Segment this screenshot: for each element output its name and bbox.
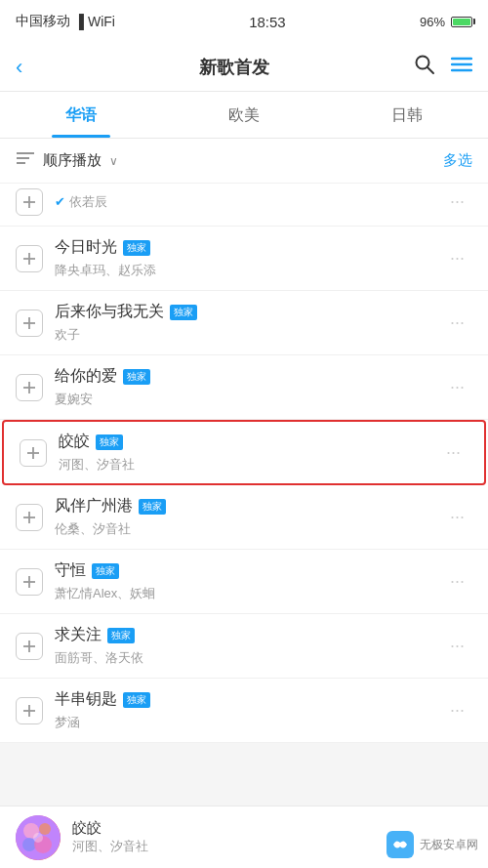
svg-line-1 <box>427 67 433 73</box>
song-info-0: 今日时光 独家 降央卓玛、赵乐添 <box>55 237 442 279</box>
watermark-logo <box>386 831 414 858</box>
nav-icons <box>414 54 472 80</box>
song-artist-5: 萧忆情Alex、妖蛔 <box>55 585 442 602</box>
tab-japanese[interactable]: 日韩 <box>325 92 488 138</box>
list-item-5: 守恒 独家 萧忆情Alex、妖蛔 ··· <box>0 550 488 614</box>
status-right: 96% <box>420 15 472 29</box>
song-info-partial: ✔ 依若辰 <box>55 193 442 211</box>
song-title-3: 皎皎 <box>59 432 90 452</box>
list-item-6: 求关注 独家 面筋哥、洛天依 ··· <box>0 614 488 679</box>
add-song-button-7[interactable] <box>16 697 43 724</box>
search-button[interactable] <box>414 54 435 80</box>
song-title-0: 今日时光 <box>55 237 117 258</box>
exclusive-badge-5: 独家 <box>92 563 119 579</box>
more-button-5[interactable]: ··· <box>442 567 472 596</box>
add-song-button-0[interactable] <box>16 245 43 272</box>
more-button-4[interactable]: ··· <box>442 503 472 531</box>
tab-western[interactable]: 欧美 <box>163 92 326 138</box>
song-artist-4: 伦桑、汐音社 <box>55 520 442 538</box>
sort-icon <box>16 150 35 171</box>
sort-label: 顺序播放 <box>43 151 102 170</box>
more-button-1[interactable]: ··· <box>442 309 472 337</box>
page-title: 新歌首发 <box>55 56 414 79</box>
song-title-1: 后来你与我无关 <box>55 302 164 322</box>
song-title-row-6: 求关注 独家 <box>55 625 442 645</box>
battery-icon <box>451 17 472 27</box>
add-song-button-4[interactable] <box>16 504 43 531</box>
more-button-partial[interactable]: ··· <box>442 187 472 216</box>
add-song-button-1[interactable] <box>16 310 43 337</box>
svg-point-28 <box>39 823 51 835</box>
list-item-2: 给你的爱 独家 夏婉安 ··· <box>0 355 488 420</box>
multi-select-button[interactable]: 多选 <box>443 151 472 170</box>
song-info-5: 守恒 独家 萧忆情Alex、妖蛔 <box>55 560 442 602</box>
song-artist-7: 梦涵 <box>55 714 442 731</box>
song-artist-2: 夏婉安 <box>55 391 442 408</box>
add-song-button[interactable] <box>16 188 43 216</box>
dropdown-arrow-icon: ∨ <box>109 154 118 168</box>
song-title-row-1: 后来你与我无关 独家 <box>55 302 442 322</box>
bottom-player[interactable]: 皎皎 河图、汐音社 无极安卓网 <box>0 806 488 868</box>
wifi-icon: WiFi <box>88 14 115 29</box>
more-button-0[interactable]: ··· <box>442 244 472 272</box>
song-artist-0: 降央卓玛、赵乐添 <box>55 262 442 279</box>
player-avatar <box>16 815 61 860</box>
status-left: 中国移动 ▐ WiFi <box>16 13 115 30</box>
song-info-3: 皎皎 独家 河图、汐音社 <box>59 432 438 474</box>
more-button-2[interactable]: ··· <box>442 373 472 401</box>
song-artist-3: 河图、汐音社 <box>59 456 438 474</box>
song-title-2: 给你的爱 <box>55 366 117 387</box>
song-artist-6: 面筋哥、洛天依 <box>55 649 442 667</box>
song-info-6: 求关注 独家 面筋哥、洛天依 <box>55 625 442 667</box>
list-item-1: 后来你与我无关 独家 欢子 ··· <box>0 291 488 355</box>
status-time: 18:53 <box>249 14 286 30</box>
tab-bar: 华语 欧美 日韩 <box>0 92 488 139</box>
more-button-3[interactable]: ··· <box>438 438 468 467</box>
song-title-6: 求关注 <box>55 625 102 645</box>
verified-icon: ✔ <box>55 194 69 209</box>
song-artist-1: 欢子 <box>55 326 442 344</box>
exclusive-badge-7: 独家 <box>123 692 150 708</box>
watermark: 无极安卓网 <box>386 831 478 858</box>
song-title-4: 风伴广州港 <box>55 496 133 517</box>
song-artist-partial: ✔ 依若辰 <box>55 193 442 211</box>
svg-point-31 <box>33 833 43 843</box>
song-title-5: 守恒 <box>55 560 86 581</box>
song-info-2: 给你的爱 独家 夏婉安 <box>55 366 442 408</box>
signal-icon: ▐ <box>74 14 84 29</box>
carrier-text: 中国移动 <box>16 13 70 30</box>
list-item-7: 半串钥匙 独家 梦涵 ··· <box>0 679 488 743</box>
exclusive-badge-3: 独家 <box>96 434 123 450</box>
song-list: ✔ 依若辰 ··· 今日时光 独家 降央卓玛、赵乐添 ··· 后来你与我无关 独… <box>0 184 488 743</box>
battery-fill <box>453 19 470 25</box>
exclusive-badge-4: 独家 <box>139 499 166 515</box>
song-info-4: 风伴广州港 独家 伦桑、汐音社 <box>55 496 442 538</box>
add-song-button-6[interactable] <box>16 633 43 660</box>
menu-button[interactable] <box>451 56 472 78</box>
artist-name-partial: 依若辰 <box>69 194 107 209</box>
exclusive-badge-6: 独家 <box>107 628 135 643</box>
watermark-text: 无极安卓网 <box>420 837 478 853</box>
add-song-button-5[interactable] <box>16 568 43 596</box>
more-button-7[interactable]: ··· <box>442 696 472 724</box>
back-button[interactable]: ‹ <box>16 55 55 80</box>
song-title-row-4: 风伴广州港 独家 <box>55 496 442 517</box>
exclusive-badge-0: 独家 <box>123 240 150 256</box>
song-title-row-3: 皎皎 独家 <box>59 432 438 452</box>
list-item-0: 今日时光 独家 降央卓玛、赵乐添 ··· <box>0 227 488 291</box>
tab-chinese[interactable]: 华语 <box>0 92 163 138</box>
list-item-4: 风伴广州港 独家 伦桑、汐音社 ··· <box>0 485 488 550</box>
toolbar: 顺序播放 ∨ 多选 <box>0 139 488 184</box>
sort-control[interactable]: 顺序播放 ∨ <box>16 150 118 171</box>
exclusive-badge-1: 独家 <box>170 305 197 320</box>
add-song-button-3[interactable] <box>20 439 47 467</box>
battery-percent: 96% <box>420 15 445 29</box>
song-title-row-7: 半串钥匙 独家 <box>55 689 442 710</box>
song-title-7: 半串钥匙 <box>55 689 117 710</box>
add-song-button-2[interactable] <box>16 374 43 401</box>
nav-bar: ‹ 新歌首发 <box>0 43 488 92</box>
song-title-row-2: 给你的爱 独家 <box>55 366 442 387</box>
song-info-1: 后来你与我无关 独家 欢子 <box>55 302 442 344</box>
more-button-6[interactable]: ··· <box>442 632 472 660</box>
status-bar: 中国移动 ▐ WiFi 18:53 96% <box>0 0 488 43</box>
